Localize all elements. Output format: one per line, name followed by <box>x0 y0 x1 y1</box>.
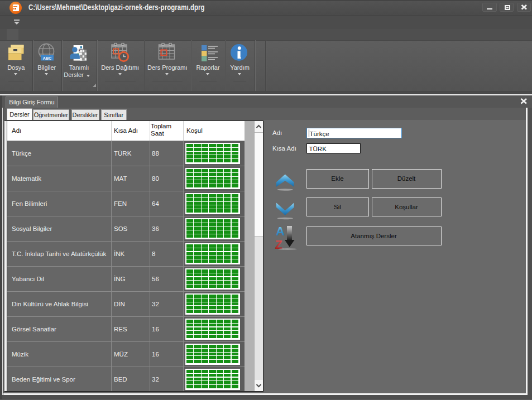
svg-text:ABC: ABC <box>43 56 52 61</box>
svg-text:A: A <box>276 225 285 238</box>
